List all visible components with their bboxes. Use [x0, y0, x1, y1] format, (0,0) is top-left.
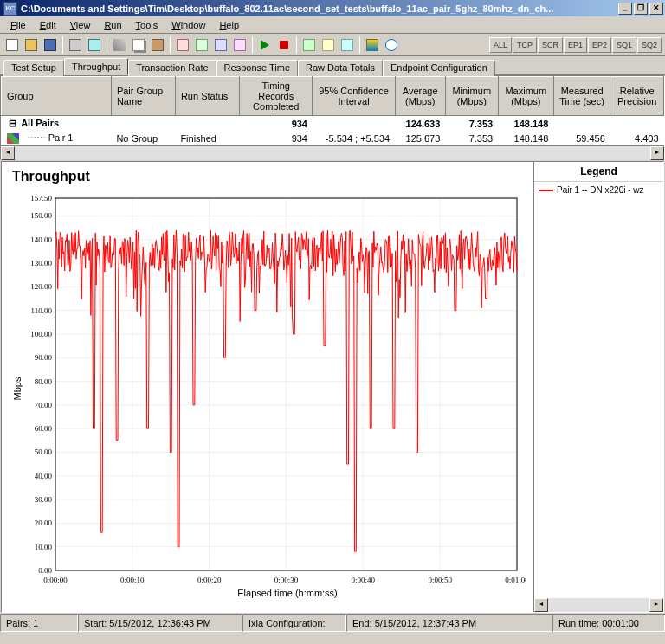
all-pairs-records: 934	[239, 116, 313, 132]
scroll-left-icon[interactable]: ◄	[534, 598, 548, 612]
tab-transaction-rate[interactable]: Transaction Rate	[128, 60, 216, 76]
col-confidence[interactable]: 95% Confidence Interval	[313, 77, 395, 116]
scroll-right-icon[interactable]: ►	[650, 146, 664, 160]
menu-file[interactable]: File	[3, 18, 33, 32]
menu-run[interactable]: Run	[97, 18, 128, 32]
status-end: End: 5/15/2012, 12:37:43 PM	[346, 615, 552, 632]
table-row-pair1[interactable]: ⋯⋯ Pair 1 No Group Finished 934 -5.534 ;…	[2, 131, 664, 145]
paste-icon[interactable]	[149, 36, 166, 54]
minimize-button[interactable]: _	[618, 3, 632, 15]
svg-text:40.00: 40.00	[35, 472, 53, 480]
tools-icon[interactable]	[320, 36, 337, 54]
save-icon[interactable]	[42, 36, 59, 54]
tab-test-setup[interactable]: Test Setup	[3, 60, 64, 76]
maximize-button[interactable]: ❐	[634, 3, 648, 15]
edit-pair-icon[interactable]	[193, 36, 210, 54]
status-bar: Pairs: 1 Start: 5/15/2012, 12:36:43 PM I…	[0, 614, 665, 632]
svg-text:0:00:10: 0:00:10	[120, 576, 145, 584]
separator	[62, 36, 63, 54]
scroll-track[interactable]	[548, 598, 649, 612]
tab-raw-data-totals[interactable]: Raw Data Totals	[298, 60, 383, 76]
tab-response-time[interactable]: Response Time	[216, 60, 298, 76]
add-pair-icon[interactable]	[174, 36, 191, 54]
svg-text:60.00: 60.00	[35, 424, 53, 433]
menu-edit[interactable]: Edit	[33, 18, 63, 32]
print-icon[interactable]	[67, 36, 84, 54]
menu-window[interactable]: Window	[165, 18, 212, 32]
table-row-all-pairs[interactable]: ⊟ All Pairs 934 124.633 7.353 148.148	[2, 116, 664, 132]
svg-text:110.00: 110.00	[31, 306, 53, 315]
table-hscroll[interactable]: ◄ ►	[1, 145, 664, 159]
legend-item-label: Pair 1 -- DN x220i - wz	[557, 185, 644, 195]
track-ep1[interactable]: EP1	[564, 37, 587, 53]
track-sq2[interactable]: SQ2	[637, 37, 662, 53]
svg-text:130.00: 130.00	[30, 259, 52, 267]
col-precision[interactable]: Relative Precision	[610, 77, 664, 116]
pair-icon	[7, 133, 19, 144]
svg-text:100.00: 100.00	[30, 330, 52, 338]
col-group[interactable]: Group	[2, 77, 112, 116]
run-icon[interactable]	[256, 36, 274, 54]
track-ep2[interactable]: EP2	[588, 37, 611, 53]
pair1-precision: 4.403	[610, 131, 664, 145]
svg-text:150.00: 150.00	[30, 212, 52, 221]
separator	[170, 36, 171, 54]
svg-text:157.50: 157.50	[30, 194, 52, 203]
chart-area: Throughput 0.0010.0020.0030.0040.0050.00…	[2, 162, 533, 612]
compare-icon[interactable]	[364, 36, 381, 54]
close-button[interactable]: ✕	[649, 3, 663, 15]
legend-item-pair1[interactable]: Pair 1 -- DN x220i - wz	[534, 182, 663, 198]
col-timing-records[interactable]: Timing Records Completed	[239, 77, 313, 116]
svg-text:0:00:00: 0:00:00	[43, 576, 68, 584]
track-scr[interactable]: SCR	[538, 37, 563, 53]
scroll-left-icon[interactable]: ◄	[1, 146, 15, 160]
menu-help[interactable]: Help	[212, 18, 246, 32]
window-title: C:\Documents and Settings\Tim\Desktop\bu…	[21, 3, 618, 14]
col-run-status[interactable]: Run Status	[175, 77, 239, 116]
legend-hscroll[interactable]: ◄ ►	[534, 598, 663, 612]
svg-text:30.00: 30.00	[35, 495, 53, 504]
delete-pair-icon[interactable]	[212, 36, 229, 54]
scroll-track[interactable]	[15, 146, 650, 160]
new-icon[interactable]	[3, 36, 21, 54]
track-all[interactable]: ALL	[489, 37, 512, 53]
track-tcp[interactable]: TCP	[513, 37, 537, 53]
col-measured-time[interactable]: Measured Time (sec)	[553, 77, 610, 116]
replicate-icon[interactable]	[231, 36, 249, 54]
legend-pane: Legend Pair 1 -- DN x220i - wz ◄ ►	[533, 162, 663, 612]
menu-tools[interactable]: Tools	[129, 18, 165, 32]
status-ixia: Ixia Configuration:	[242, 615, 346, 632]
svg-text:0:00:40: 0:00:40	[352, 576, 376, 584]
col-average[interactable]: Average (Mbps)	[395, 77, 445, 116]
separator	[252, 36, 253, 54]
copy-icon[interactable]	[130, 36, 147, 54]
all-pairs-min: 7.353	[445, 116, 498, 132]
svg-text:0:00:50: 0:00:50	[428, 576, 452, 584]
track-sq1[interactable]: SQ1	[612, 37, 636, 53]
svg-text:0.00: 0.00	[38, 566, 52, 575]
col-pair-group[interactable]: Pair Group Name	[111, 77, 175, 116]
svg-text:50.00: 50.00	[35, 448, 53, 457]
all-pairs-label: All Pairs	[21, 118, 59, 128]
stop-icon[interactable]	[275, 36, 293, 54]
tab-endpoint-config[interactable]: Endpoint Configuration	[383, 60, 495, 76]
tab-row: Test Setup Throughput Transaction Rate R…	[0, 56, 665, 75]
toolbar: ALL TCP SCR EP1 EP2 SQ1 SQ2	[0, 34, 665, 56]
help-icon[interactable]	[383, 36, 400, 54]
col-maximum[interactable]: Maximum (Mbps)	[498, 77, 553, 116]
svg-text:0:01:00: 0:01:00	[505, 576, 526, 584]
pair1-status: Finished	[175, 131, 239, 145]
results-table: Group Pair Group Name Run Status Timing …	[0, 75, 665, 160]
svg-text:Mbps: Mbps	[12, 377, 23, 400]
tab-throughput[interactable]: Throughput	[64, 58, 128, 75]
scroll-right-icon[interactable]: ►	[649, 598, 663, 612]
collapse-icon[interactable]: ⊟	[7, 118, 19, 129]
open-icon[interactable]	[23, 36, 40, 54]
export-icon[interactable]	[86, 36, 103, 54]
connect-icon[interactable]	[300, 36, 318, 54]
col-minimum[interactable]: Minimum (Mbps)	[445, 77, 498, 116]
options-icon[interactable]	[339, 36, 356, 54]
cut-icon[interactable]	[111, 36, 128, 54]
throughput-plot: 0.0010.0020.0030.0040.0050.0060.0070.008…	[10, 190, 526, 601]
menu-view[interactable]: View	[63, 18, 98, 32]
